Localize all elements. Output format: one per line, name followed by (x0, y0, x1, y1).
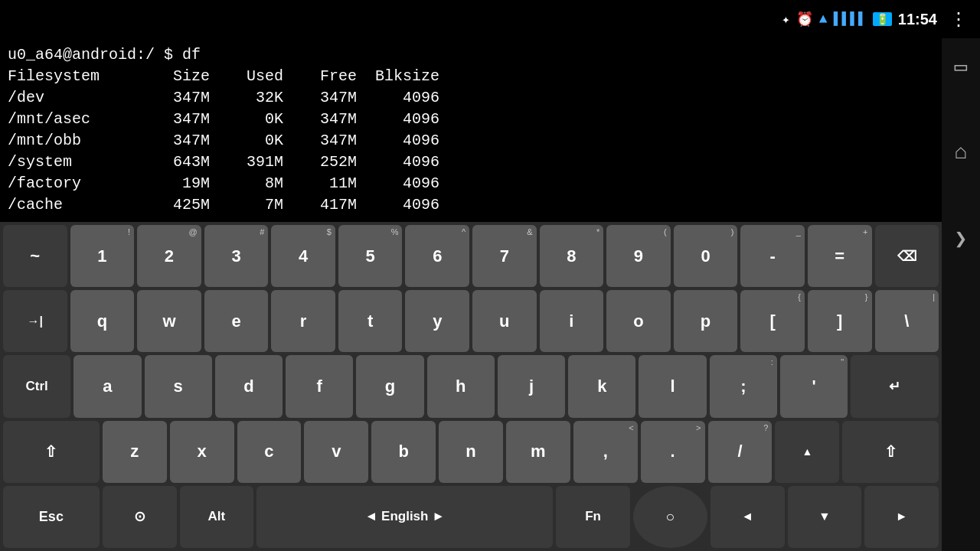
key-period[interactable]: >. (641, 421, 705, 483)
key-3[interactable]: #3 (204, 225, 269, 287)
key-quote[interactable]: "' (780, 355, 848, 417)
key-minus[interactable]: _- (740, 225, 805, 287)
status-bar: ✦ ⏰ ▲ ▌▌▌▌ 🔋 11:54 ⋮ (0, 0, 980, 38)
key-r[interactable]: r (271, 290, 335, 352)
key-p[interactable]: p (674, 290, 738, 352)
battery-icon: 🔋 (873, 12, 892, 26)
keyboard-row-1: ~ !1 @2 #3 $4 %5 ^6 &7 *8 (9 )0 _- += ⌫ (3, 225, 939, 287)
key-z[interactable]: z (103, 421, 167, 483)
key-0[interactable]: )0 (674, 225, 738, 287)
key-language[interactable]: ◄ English ► (256, 486, 553, 548)
key-slash[interactable]: ?/ (708, 421, 773, 483)
right-arrow-icon[interactable]: ❯ (955, 226, 968, 252)
key-w[interactable]: w (137, 290, 201, 352)
key-comma[interactable]: <, (573, 421, 638, 483)
key-v[interactable]: v (304, 421, 368, 483)
keyboard-row-3: Ctrl a s d f g h j k l :; "' ↵ (3, 355, 939, 417)
key-i[interactable]: i (540, 290, 604, 352)
key-k[interactable]: k (568, 355, 635, 417)
right-bar: ▭ ⌂ ❯ (942, 38, 980, 551)
key-shift-right[interactable]: ⇧ (842, 421, 939, 483)
terminal-output: u0_a64@android:/ $ df Filesystem Size Us… (0, 38, 942, 222)
key-esc[interactable]: Esc (3, 486, 100, 548)
key-j[interactable]: j (498, 355, 565, 417)
key-y[interactable]: y (405, 290, 469, 352)
key-backspace[interactable]: ⌫ (875, 225, 939, 287)
key-1[interactable]: !1 (70, 225, 135, 287)
key-a[interactable]: a (74, 355, 141, 417)
key-u[interactable]: u (472, 290, 537, 352)
key-shift-left[interactable]: ⇧ (3, 421, 100, 483)
key-tab[interactable]: →| (3, 290, 67, 352)
key-lbracket[interactable]: {[ (740, 290, 805, 352)
key-o[interactable]: o (606, 290, 671, 352)
more-icon[interactable]: ⋮ (949, 8, 968, 31)
key-backslash[interactable]: |\ (875, 290, 939, 352)
key-home-circle[interactable]: ○ (633, 486, 707, 548)
key-6[interactable]: ^6 (405, 225, 469, 287)
key-tilde[interactable]: ~ (3, 225, 67, 287)
key-4[interactable]: $4 (271, 225, 335, 287)
key-settings[interactable]: ⊙ (103, 486, 177, 548)
key-fn[interactable]: Fn (556, 486, 630, 548)
key-7[interactable]: &7 (472, 225, 537, 287)
key-2[interactable]: @2 (137, 225, 201, 287)
key-5[interactable]: %5 (338, 225, 403, 287)
key-e[interactable]: e (204, 290, 269, 352)
alarm-icon: ⏰ (796, 11, 813, 28)
keyboard-row-5: Esc ⊙ Alt ◄ English ► Fn ○ ◄ ▼ ► (3, 486, 939, 548)
keyboard-row-2: →| q w e r t y u i o p {[ }] |\ (3, 290, 939, 352)
key-t[interactable]: t (338, 290, 403, 352)
wifi-icon: ▲ (819, 11, 828, 27)
right-window-icon[interactable]: ▭ (955, 54, 968, 80)
key-right-arrow[interactable]: ► (864, 486, 939, 548)
key-l[interactable]: l (639, 355, 706, 417)
key-8[interactable]: *8 (540, 225, 604, 287)
key-c[interactable]: c (237, 421, 302, 483)
key-down-arrow[interactable]: ▼ (788, 486, 862, 548)
key-f[interactable]: f (286, 355, 353, 417)
signal-icon: ▌▌▌▌ (834, 11, 867, 27)
bluetooth-icon: ✦ (782, 11, 790, 28)
key-ctrl[interactable]: Ctrl (3, 355, 70, 417)
key-n[interactable]: n (439, 421, 503, 483)
key-s[interactable]: s (145, 355, 212, 417)
keyboard-row-4: ⇧ z x c v b n m <, >. ?/ ▲ ⇧ (3, 421, 939, 483)
key-h[interactable]: h (427, 355, 495, 417)
right-home-icon[interactable]: ⌂ (955, 141, 968, 165)
key-9[interactable]: (9 (606, 225, 671, 287)
key-left-arrow[interactable]: ◄ (710, 486, 785, 548)
key-b[interactable]: b (371, 421, 436, 483)
key-alt[interactable]: Alt (180, 486, 254, 548)
key-q[interactable]: q (70, 290, 135, 352)
key-up-arrow[interactable]: ▲ (775, 421, 839, 483)
key-equals[interactable]: += (808, 225, 872, 287)
key-g[interactable]: g (356, 355, 423, 417)
key-d[interactable]: d (215, 355, 283, 417)
key-m[interactable]: m (506, 421, 570, 483)
key-rbracket[interactable]: }] (808, 290, 872, 352)
status-time: 11:54 (898, 11, 937, 28)
key-x[interactable]: x (170, 421, 234, 483)
keyboard: ~ !1 @2 #3 $4 %5 ^6 &7 *8 (9 )0 _- += ⌫ … (0, 222, 942, 551)
key-enter[interactable]: ↵ (851, 355, 939, 417)
key-semicolon[interactable]: :; (710, 355, 777, 417)
